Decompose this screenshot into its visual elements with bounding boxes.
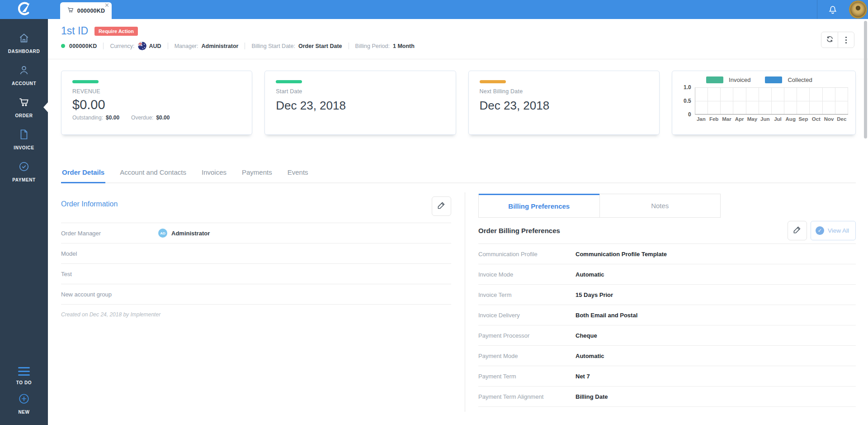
- topbar-divider: [817, 0, 817, 19]
- sidebar-item-label: PAYMENT: [12, 177, 35, 182]
- revenue-card: REVENUE $0.00 Outstanding: $0.00 Overdue…: [61, 71, 252, 135]
- sidebar-item-account[interactable]: ACCOUNT: [0, 64, 48, 86]
- pencil-icon: [793, 225, 802, 236]
- app-screen: 000000KD ✕ DASHBOARD ACCOUNT: [0, 0, 868, 425]
- field-label: Payment Mode: [478, 353, 576, 359]
- card-accent: [480, 80, 506, 83]
- field-payment-term: Payment Term Net 7: [478, 366, 856, 387]
- close-tab-icon[interactable]: ✕: [104, 2, 109, 9]
- info-row-model: Model: [61, 244, 451, 264]
- todo-list-icon: [18, 366, 30, 377]
- tab-invoices[interactable]: Invoices: [201, 168, 227, 182]
- field-value: Communication Profile Template: [576, 251, 667, 258]
- sidebar-item-label: ACCOUNT: [12, 81, 36, 86]
- meta-label: Billing Start Date:: [251, 43, 295, 49]
- sidebar-item-payment[interactable]: PAYMENT: [0, 161, 48, 182]
- user-avatar[interactable]: [849, 0, 867, 19]
- document-icon: [18, 129, 30, 142]
- sidebar-nav: DASHBOARD ACCOUNT ORDER INVOICE PAYMENT: [0, 19, 48, 425]
- outstanding-label: Outstanding:: [72, 115, 103, 121]
- tab-events[interactable]: Events: [287, 168, 309, 182]
- field-value: Billing Date: [576, 393, 608, 400]
- panel-divider: [465, 192, 465, 412]
- chart-x-axis: Jan Feb Mar Apr May Jun Jul Aug Sep Oct …: [695, 115, 848, 122]
- require-action-badge: Require Action: [94, 27, 138, 36]
- manager-avatar: AD: [158, 229, 167, 238]
- created-note: Created on Dec 24, 2018 by Implementer: [61, 311, 451, 318]
- tab-notes[interactable]: Notes: [599, 194, 721, 217]
- chart-legend: Invoiced Collected: [679, 76, 848, 83]
- info-label: Model: [61, 250, 158, 257]
- sidebar-item-label: NEW: [18, 410, 29, 415]
- view-all-button[interactable]: ✓ View All: [811, 221, 856, 240]
- refresh-icon: [826, 35, 834, 45]
- app-logo[interactable]: [0, 0, 48, 19]
- sidebar-item-invoice[interactable]: INVOICE: [0, 129, 48, 150]
- billing-preferences-heading: Order Billing Preferences: [478, 227, 560, 234]
- field-value: Automatic: [576, 353, 604, 359]
- more-options-button[interactable]: [838, 32, 854, 48]
- chart-y-axis: 1.0 0.5 0: [679, 87, 695, 115]
- field-value: 15 Days Prior: [576, 291, 613, 298]
- open-order-tab[interactable]: 000000KD ✕: [60, 2, 112, 19]
- field-value: Cheque: [576, 332, 597, 339]
- vertical-scrollbar[interactable]: [864, 21, 867, 138]
- edit-order-information-button[interactable]: [432, 196, 451, 216]
- start-date-value: Dec 23, 2018: [276, 99, 444, 113]
- billing-preferences-header: Order Billing Preferences ✓ View All: [478, 218, 856, 244]
- tab-payments[interactable]: Payments: [241, 168, 273, 182]
- order-header: 1st ID Require Action 000000KD Currency:…: [48, 19, 868, 59]
- card-label: Next Billing Date: [480, 88, 648, 95]
- start-date-card: Start Date Dec 23, 2018: [264, 71, 456, 135]
- sidebar-item-dashboard[interactable]: DASHBOARD: [0, 32, 48, 54]
- tab-account-and-contacts[interactable]: Account and Contacts: [119, 168, 187, 182]
- field-label: Communication Profile: [478, 251, 576, 258]
- order-information-heading: Order Information: [61, 194, 451, 208]
- tab-order-details[interactable]: Order Details: [61, 168, 105, 182]
- legend-label: Invoiced: [729, 76, 750, 83]
- notifications-bell-icon[interactable]: [827, 4, 839, 15]
- field-payment-processor: Payment Processor Cheque: [478, 325, 856, 346]
- meta-value: AUD: [149, 43, 161, 49]
- invoiced-collected-chart: Invoiced Collected 1.0 0.5 0 Jan Feb Mar…: [672, 71, 856, 135]
- header-action-group: [821, 32, 854, 48]
- sidebar-item-new[interactable]: NEW: [0, 393, 48, 415]
- check-icon: ✓: [816, 226, 824, 235]
- field-label: Invoice Mode: [478, 271, 576, 278]
- next-billing-value: Dec 23, 2018: [480, 99, 648, 113]
- order-section-tabs: Order Details Account and Contacts Invoi…: [61, 168, 856, 183]
- sidebar-item-order[interactable]: ORDER: [0, 96, 48, 118]
- sidebar-bottom: TO DO NEW: [0, 353, 48, 425]
- field-value: Automatic: [576, 271, 604, 278]
- field-invoice-delivery: Invoice Delivery Both Email and Postal: [478, 305, 856, 325]
- info-row-test: Test: [61, 264, 451, 284]
- sidebar-item-label: ORDER: [15, 113, 33, 118]
- check-circle-icon: [18, 161, 30, 174]
- refresh-button[interactable]: [821, 32, 838, 48]
- topbar: 000000KD ✕: [0, 0, 868, 19]
- meta-label: Currency:: [110, 43, 134, 49]
- cart-icon: [67, 6, 74, 15]
- sidebar-item-label: INVOICE: [14, 145, 34, 150]
- card-accent: [72, 80, 99, 83]
- tab-billing-preferences[interactable]: Billing Preferences: [479, 194, 599, 217]
- order-number: 000000KD: [69, 43, 97, 49]
- next-billing-date-card: Next Billing Date Dec 23, 2018: [468, 71, 660, 135]
- overdue-label: Overdue:: [131, 115, 153, 121]
- info-label: New account group: [61, 291, 158, 298]
- sidebar-item-label: DASHBOARD: [8, 49, 40, 54]
- outstanding-value: $0.00: [106, 115, 119, 121]
- order-information-panel: Order Information Order Manager AD Admin…: [61, 194, 451, 318]
- field-value: Net 7: [576, 373, 590, 380]
- billing-tabs: Billing Preferences Notes: [478, 194, 721, 218]
- home-icon: [18, 32, 30, 46]
- billing-preferences-panel: Billing Preferences Notes Order Billing …: [478, 194, 856, 407]
- tab-label: 000000KD: [77, 8, 105, 14]
- revenue-amount: $0.00: [72, 97, 241, 112]
- field-label: Payment Term: [478, 373, 576, 380]
- sidebar-item-todo[interactable]: TO DO: [0, 366, 48, 385]
- field-label: Invoice Term: [478, 291, 576, 298]
- edit-billing-preferences-button[interactable]: [788, 221, 807, 240]
- sidebar-item-label: TO DO: [16, 380, 32, 385]
- legend-swatch-collected: [765, 76, 782, 83]
